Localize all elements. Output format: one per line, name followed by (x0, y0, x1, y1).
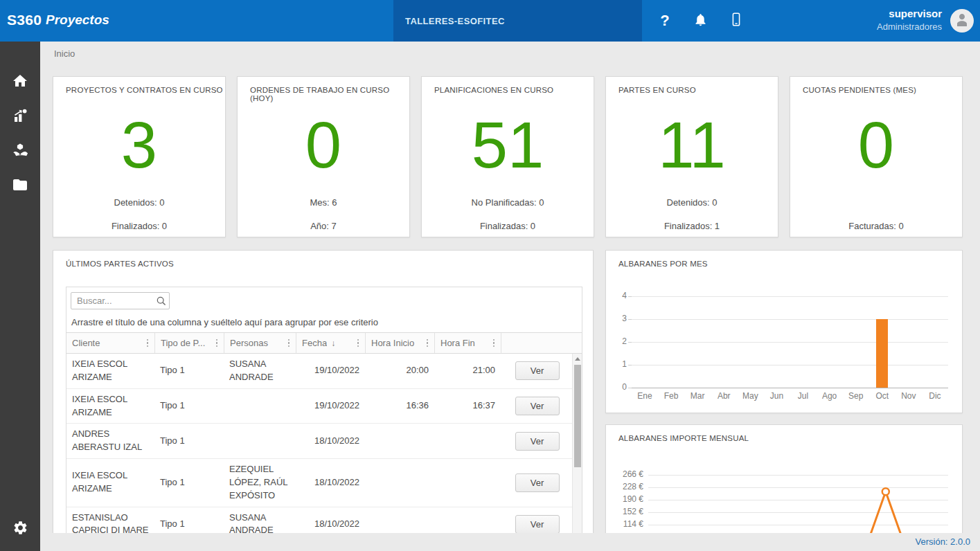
mobile-app-button[interactable] (721, 0, 751, 42)
kpi-value: 0 (238, 113, 409, 178)
sidebar-item-settings[interactable] (0, 514, 40, 544)
kpi-card-cuotas: CUOTAS PENDIENTES (MES) 0 Facturadas: 0 (790, 76, 963, 237)
line-chart: 266 €228 €190 €152 €114 € (606, 425, 962, 534)
bar-chart-month-label: Dic (922, 391, 948, 401)
group-drop-hint: Arrastre el título de una columna y suél… (71, 317, 378, 327)
scroll-up-icon[interactable] (573, 354, 582, 363)
kpi-title: PROYECTOS Y CONTRATOS EN CURSO (66, 86, 223, 94)
cell-personas (224, 437, 296, 445)
kpi-card-ordenes: ORDENES DE TRABAJO EN CURSO (HOY) 0 Mes:… (237, 76, 410, 237)
ver-button[interactable]: Ver (515, 473, 560, 492)
cell-hora-inicio (365, 478, 434, 487)
kpi-card-proyectos: PROYECTOS Y CONTRATOS EN CURSO 3 Detenid… (53, 76, 226, 237)
kpi-title: PARTES EN CURSO (618, 86, 696, 94)
bar-chart-gridline (632, 365, 948, 365)
column-menu-icon[interactable] (145, 337, 151, 350)
kpi-subline: Finalizados: 1 (606, 221, 778, 231)
top-header: S360 Proyectos TALLERES-ESOFITEC ? super… (0, 0, 980, 42)
help-button[interactable]: ? (650, 0, 680, 42)
bar-chart-axis-tick (628, 296, 632, 297)
search-input[interactable] (71, 296, 152, 306)
column-header-actions (501, 333, 582, 353)
kpi-value: 0 (790, 113, 962, 178)
kpi-subline: Detenidos: 0 (53, 197, 225, 208)
albaranes-importe-panel: ALBARANES IMPORTE MENSUAL 266 €228 €190 … (605, 424, 963, 535)
sidebar-item-projects[interactable] (0, 169, 40, 204)
breadcrumb: Inicio (54, 48, 75, 59)
folder-icon (12, 177, 28, 196)
kpi-subline: Mes: 6 (238, 197, 409, 208)
bar-chart-month-label: Nov (896, 391, 922, 401)
kpi-card-partes: PARTES EN CURSO 11 Detenidos: 0 Finaliza… (605, 76, 778, 237)
column-menu-icon[interactable] (214, 337, 220, 350)
cell-tipo: Tipo 1 (154, 431, 224, 452)
cell-personas: SUSANA ANDRADE (224, 507, 296, 535)
cell-hora-inicio: 20:00 (365, 360, 434, 381)
grid-header-row: Cliente Tipo de P... Personas Fecha ↓ (66, 332, 582, 354)
column-header-cliente[interactable]: Cliente (66, 333, 154, 353)
search-icon[interactable] (152, 296, 169, 306)
column-menu-icon[interactable] (355, 337, 362, 350)
column-label: Personas (230, 338, 286, 348)
avatar[interactable] (950, 9, 974, 33)
hands-holding-box-icon (12, 142, 28, 161)
main-content: Inicio PROYECTOS Y CONTRATOS EN CURSO 3 … (40, 42, 980, 551)
kpi-subline: Finalizados: 0 (53, 221, 225, 231)
kpi-title: CUOTAS PENDIENTES (MES) (803, 86, 916, 94)
table-row: ANDRES ABERASTU IZAL Tipo 1 18/10/2022 V… (66, 424, 573, 459)
user-block[interactable]: supervisor Administradores (877, 7, 942, 33)
bar-chart-ytick-label: 3 (613, 314, 627, 323)
table-row: IXEIA ESCOL ARIZAME Tipo 1 19/10/2022 16… (66, 389, 573, 424)
column-menu-icon[interactable] (286, 337, 292, 350)
cell-cliente: IXEIA ESCOL ARIZAME (66, 465, 154, 500)
kpi-value: 51 (422, 113, 594, 178)
kpi-title: ORDENES DE TRABAJO EN CURSO (HOY) (250, 86, 409, 102)
bar-chart-month-label: Mar (684, 391, 711, 401)
bar-chart-month-label: Feb (658, 391, 684, 401)
cell-tipo: Tipo 1 (154, 360, 224, 381)
user-role: Administradores (877, 21, 942, 33)
column-menu-icon[interactable] (491, 337, 497, 350)
table-scrollbar[interactable] (572, 354, 582, 535)
cell-hora-inicio (365, 520, 434, 528)
bar-chart-axis-tick (628, 342, 632, 343)
ver-button[interactable]: Ver (515, 515, 560, 534)
kpi-subline: Facturadas: 0 (790, 221, 962, 231)
grid-body: IXEIA ESCOL ARIZAME Tipo 1 SUSANA ANDRAD… (66, 354, 573, 535)
bar-chart: 01234EneFebMarAbrMayJunJulAgoSepOctNovDi… (606, 251, 962, 413)
cell-fecha: 18/10/2022 (296, 431, 365, 452)
cell-hora-fin: 16:37 (434, 395, 501, 417)
ver-button[interactable]: Ver (515, 397, 560, 415)
cell-hora-fin (434, 437, 501, 445)
person-icon (954, 11, 970, 30)
column-header-fecha[interactable]: Fecha ↓ (296, 333, 365, 353)
column-menu-icon[interactable] (425, 337, 431, 350)
sort-desc-icon: ↓ (331, 338, 335, 348)
table-row: ESTANISLAO CAPRICI DI MARE Tipo 1 SUSANA… (66, 507, 573, 535)
column-header-personas[interactable]: Personas (224, 333, 296, 353)
kpi-value: 3 (53, 113, 225, 178)
column-label: Hora Fin (440, 338, 491, 348)
column-header-tipo[interactable]: Tipo de P... (154, 333, 224, 353)
cell-fecha: 18/10/2022 (296, 514, 365, 535)
table-row: IXEIA ESCOL ARIZAME Tipo 1 EZEQUIEL LÓPE… (66, 459, 573, 507)
column-label: Fecha (302, 338, 327, 348)
column-header-hora-inicio[interactable]: Hora Inicio (365, 333, 434, 353)
kpi-subline: No Planificadas: 0 (422, 197, 594, 208)
cell-personas: EZEQUIEL LÓPEZ, RAÚL EXPÓSITO (224, 459, 296, 507)
bar-chart-axis-tick (628, 319, 632, 320)
kpi-subline: Año: 7 (238, 221, 409, 231)
sidebar-item-statistics[interactable] (0, 100, 40, 134)
ver-button[interactable]: Ver (515, 432, 560, 451)
workspace-selector[interactable]: TALLERES-ESOFITEC (393, 0, 642, 42)
column-header-hora-fin[interactable]: Hora Fin (434, 333, 501, 353)
ver-button[interactable]: Ver (515, 361, 560, 380)
partes-activos-panel: ÚLTIMOS PARTES ACTIVOS Arrastre el títul… (53, 250, 594, 535)
scroll-thumb[interactable] (574, 365, 581, 467)
sidebar-item-home[interactable] (0, 65, 40, 100)
sidebar (0, 42, 40, 551)
line-chart-marker-oct (882, 488, 889, 495)
notifications-button[interactable] (685, 0, 715, 42)
brand-logo: S360 (7, 12, 42, 28)
sidebar-item-services[interactable] (0, 134, 40, 169)
